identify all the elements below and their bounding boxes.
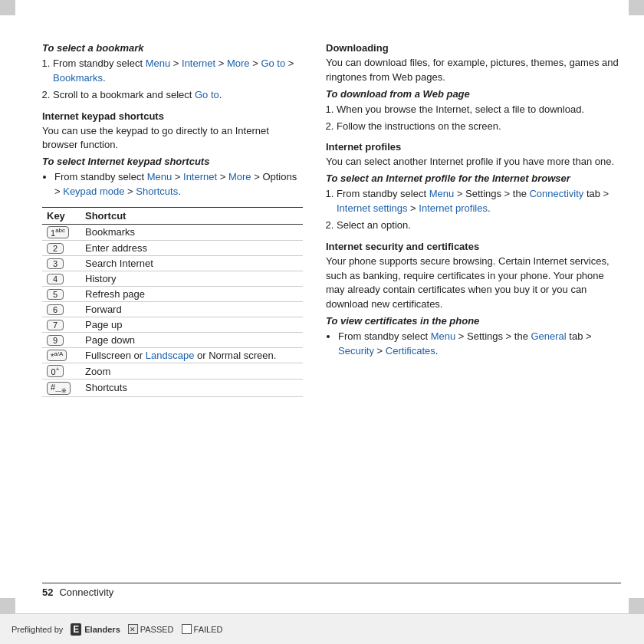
key-badge: 3 xyxy=(47,258,64,269)
list-item: From standby select Menu > Internet > Mo… xyxy=(53,57,303,86)
more-link2: More xyxy=(228,171,251,182)
shortcut-cell: Search Internet xyxy=(80,255,303,271)
footer: 52 Connectivity xyxy=(42,583,621,598)
failed-label: FAILED xyxy=(194,625,223,634)
downloading-body: You can download files, for example, pic… xyxy=(326,56,621,85)
elanders-brand: Elanders xyxy=(84,625,120,634)
general-link: General xyxy=(531,330,566,342)
shortcut-cell: Refresh page xyxy=(80,286,303,301)
list-item: Scroll to a bookmark and select Go to. xyxy=(53,88,303,103)
table-row: 2 Enter address xyxy=(42,240,303,255)
key-badge: 1abc xyxy=(47,226,69,238)
keypad-heading: Internet keypad shortcuts xyxy=(42,110,303,122)
goto-link: Go to xyxy=(261,58,285,69)
left-column: To select a bookmark From standby select… xyxy=(42,42,303,598)
keypad-mode-link: Keypad mode xyxy=(63,186,124,197)
table-row: 5 Refresh page xyxy=(42,286,303,301)
preflighted-label: Preflighted by xyxy=(12,625,63,634)
key-badge: 7 xyxy=(47,320,64,330)
landscape-link: Landscape xyxy=(146,350,195,361)
key-badge: 0+ xyxy=(47,365,64,377)
internet-link: Internet xyxy=(182,58,215,69)
keypad-subheading: To select Internet keypad shortcuts xyxy=(42,156,303,167)
table-row: 1abc Bookmarks xyxy=(42,224,303,240)
key-cell: 0+ xyxy=(42,363,80,380)
preflight-bar: Preflighted by E Elanders ✕ PASSED FAILE… xyxy=(0,613,644,644)
passed-status: ✕ PASSED xyxy=(128,624,174,634)
list-item: From standby select Menu > Settings > th… xyxy=(337,187,621,216)
more-link: More xyxy=(227,58,250,69)
table-row: 4 History xyxy=(42,271,303,286)
list-item: From standby select Menu > Internet > Mo… xyxy=(54,170,303,199)
preflight-logo: E Elanders xyxy=(71,623,120,636)
goto2-link: Go to xyxy=(195,89,219,100)
shortcut-cell: Enter address xyxy=(80,240,303,255)
download-steps: When you browse the Internet, select a f… xyxy=(326,103,621,134)
corner-mark-br xyxy=(629,598,644,613)
table-row: #—※ Shortcuts xyxy=(42,379,303,396)
profiles-subheading: To select an Internet profile for the In… xyxy=(326,172,621,184)
menu-link2: Menu xyxy=(147,171,172,182)
bookmark-heading: To select a bookmark xyxy=(42,42,303,54)
certs-subheading: To view certificates in the phone xyxy=(326,315,621,327)
shortcut-cell: History xyxy=(80,271,303,286)
key-cell: 4 xyxy=(42,271,80,286)
table-row: 6 Forward xyxy=(42,301,303,317)
table-row: 0+ Zoom xyxy=(42,363,303,380)
internet-settings-link: Internet settings xyxy=(337,202,408,214)
key-badge: #—※ xyxy=(47,382,71,395)
keypad-body: You can use the keypad to go directly to… xyxy=(42,124,303,153)
passed-checkbox: ✕ xyxy=(128,624,138,634)
bookmark-steps: From standby select Menu > Internet > Mo… xyxy=(42,57,303,103)
profiles-body: You can select another Internet profile … xyxy=(326,155,621,169)
bookmarks-link: Bookmarks xyxy=(53,72,103,84)
list-item: Select an option. xyxy=(337,219,621,233)
key-cell: 1abc xyxy=(42,224,80,240)
corner-mark-tr xyxy=(629,0,644,15)
profiles-heading: Internet profiles xyxy=(326,141,621,153)
certs-steps: From standby select Menu > Settings > th… xyxy=(326,330,621,359)
shortcut-table: Key Shortcut 1abc Bookmarks 2 Enter addr… xyxy=(42,207,303,397)
right-column: Downloading You can download files, for … xyxy=(326,42,621,598)
key-cell: 2 xyxy=(42,240,80,255)
failed-status: FAILED xyxy=(182,624,223,634)
elanders-icon: E xyxy=(71,623,81,636)
main-content: To select a bookmark From standby select… xyxy=(42,42,621,598)
key-badge: 5 xyxy=(47,289,64,300)
table-row: 7 Page up xyxy=(42,317,303,332)
internet-link2: Internet xyxy=(183,171,217,182)
keypad-steps: From standby select Menu > Internet > Mo… xyxy=(42,170,303,199)
key-cell: 3 xyxy=(42,255,80,271)
shortcut-cell: Zoom xyxy=(80,363,303,380)
table-row: 9 Page down xyxy=(42,332,303,347)
shortcut-cell: Page down xyxy=(80,332,303,347)
list-item: From standby select Menu > Settings > th… xyxy=(338,330,621,359)
key-badge: *a/A xyxy=(47,350,67,362)
shortcut-cell: Fullscreen or Landscape or Normal screen… xyxy=(80,347,303,363)
shortcut-cell: Bookmarks xyxy=(80,224,303,240)
passed-label: PASSED xyxy=(140,625,174,634)
menu-link3: Menu xyxy=(429,188,455,199)
key-cell: #—※ xyxy=(42,379,80,396)
internet-profiles-link: Internet profiles xyxy=(419,202,488,214)
key-cell: 5 xyxy=(42,286,80,301)
downloading-section: Downloading You can download files, for … xyxy=(326,42,621,133)
list-item: Follow the instructions on the screen. xyxy=(337,120,621,134)
corner-mark-tl xyxy=(0,0,15,15)
shortcut-cell: Page up xyxy=(80,317,303,332)
key-badge: 9 xyxy=(47,335,64,346)
key-badge: 4 xyxy=(47,274,64,284)
footer-section: Connectivity xyxy=(59,586,113,598)
key-cell: 6 xyxy=(42,301,80,317)
downloading-heading: Downloading xyxy=(326,42,621,54)
key-cell: *a/A xyxy=(42,347,80,363)
page-container: To select a bookmark From standby select… xyxy=(0,0,644,644)
col-key-header: Key xyxy=(42,207,80,224)
download-subheading: To download from a Web page xyxy=(326,88,621,100)
shortcut-cell: Shortcuts xyxy=(80,379,303,396)
list-item: When you browse the Internet, select a f… xyxy=(337,103,621,117)
security-body: Your phone supports secure browsing. Cer… xyxy=(326,255,621,312)
shortcut-cell: Forward xyxy=(80,301,303,317)
keypad-section: Internet keypad shortcuts You can use th… xyxy=(42,110,303,199)
profiles-steps: From standby select Menu > Settings > th… xyxy=(326,187,621,233)
